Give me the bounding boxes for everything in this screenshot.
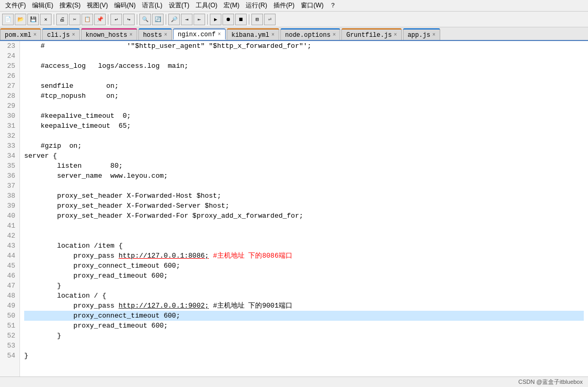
line44-comment: #主机地址 下的8086端口 (209, 251, 292, 261)
code-line-46: proxy_read_timeout 600; (24, 271, 584, 281)
code-line-24 (24, 51, 584, 61)
toolbar-undo[interactable]: ↩ (110, 14, 122, 25)
code-line-45: proxy_connect_timeout 600; (24, 261, 584, 271)
code-line-50: proxy_connect_timeout 600; (24, 311, 584, 321)
ln-40: 40 (4, 211, 15, 221)
tab-known-hosts-close[interactable]: × (129, 32, 133, 38)
code-line-41 (24, 221, 584, 231)
menu-tools[interactable]: 工具(O) (192, 1, 220, 11)
tab-cli-js-close[interactable]: × (72, 32, 75, 38)
code-lines[interactable]: # '"$http_user_agent" "$http_x_forwarded… (20, 41, 588, 376)
menu-settings[interactable]: 设置(T) (166, 1, 192, 11)
toolbar-zoom-in[interactable]: 🔎 (168, 14, 180, 25)
menu-window[interactable]: 窗口(W) (298, 1, 327, 11)
code-line-37 (24, 181, 584, 191)
code-line-36: server_name www.leyou.com; (24, 171, 584, 181)
tab-kibana-yml[interactable]: kibana.yml × (227, 28, 279, 40)
tab-node-options[interactable]: node.options × (280, 28, 340, 40)
tab-kibana-yml-close[interactable]: × (271, 32, 275, 38)
sep2 (108, 14, 108, 25)
toolbar-macro3[interactable]: ⏹ (235, 14, 247, 25)
menu-encode[interactable]: 编码(N) (111, 1, 139, 11)
ln-49: 49 (4, 301, 15, 311)
toolbar-copy[interactable]: 📋 (82, 14, 93, 25)
ln-31: 31 (4, 121, 15, 131)
menu-file[interactable]: 文件(F) (2, 1, 29, 11)
code-area: 23 24 25 26 27 28 29 30 31 32 33 34 35 3… (0, 41, 588, 376)
toolbar-open[interactable]: 📂 (15, 14, 26, 25)
toolbar-wrap[interactable]: ⏎ (264, 14, 276, 25)
tab-pom-xml[interactable]: pom.xml × (0, 28, 41, 40)
ln-24: 24 (4, 51, 15, 61)
toolbar-redo[interactable]: ↪ (123, 14, 135, 25)
code-line-52: } (24, 331, 584, 341)
toolbar-indent[interactable]: ⇥ (181, 14, 192, 25)
tab-app-js[interactable]: app.js × (403, 28, 440, 40)
code-line-49: proxy_pass http://127.0.0.1:9002; #主机地址 … (24, 301, 584, 311)
toolbar-save[interactable]: 💾 (27, 14, 39, 25)
toolbar-macro2[interactable]: ⏺ (222, 14, 234, 25)
sep3 (137, 14, 137, 25)
line40-content: proxy_set_header X-Forwarded-For $proxy_… (24, 211, 303, 221)
line49-prefix: proxy_pass (24, 301, 118, 311)
code-line-38: proxy_set_header X-Forwarded-Host $host; (24, 191, 584, 201)
ln-38: 38 (4, 191, 15, 201)
tab-app-js-close[interactable]: × (432, 32, 435, 38)
toolbar-macro1[interactable]: ▶ (210, 14, 221, 25)
code-line-31: keepalive_timeout 65; (24, 121, 584, 131)
tab-hosts-close[interactable]: × (164, 32, 167, 38)
code-line-27: sendfile on; (24, 81, 584, 91)
sep5 (207, 14, 208, 25)
line30-content: #keepalive_timeout 0; (24, 111, 131, 121)
menu-search[interactable]: 搜索(S) (56, 1, 84, 11)
toolbar-search[interactable]: 🔍 (139, 14, 151, 25)
line52-content: } (24, 331, 61, 341)
tab-nginx-conf-close[interactable]: × (218, 32, 221, 37)
tab-known-hosts-label: known_hosts (86, 32, 127, 39)
code-line-48: location / { (24, 291, 584, 301)
ln-25: 25 (4, 61, 15, 71)
tab-cli-js[interactable]: cli.js × (42, 28, 79, 40)
tab-pom-xml-close[interactable]: × (33, 32, 36, 38)
tab-hosts[interactable]: hosts × (138, 28, 172, 40)
toolbar-cut[interactable]: ✂ (69, 14, 80, 25)
menu-plugins[interactable]: 插件(P) (270, 1, 298, 11)
menu-run[interactable]: 运行(R) (242, 1, 270, 11)
code-line-40: proxy_set_header X-Forwarded-For $proxy_… (24, 211, 584, 221)
toolbar-unindent[interactable]: ⇤ (194, 14, 205, 25)
tab-gruntfile-js[interactable]: Gruntfile.js × (341, 28, 401, 40)
code-line-29 (24, 101, 584, 111)
ln-42: 42 (4, 231, 15, 241)
ln-34: 34 (4, 151, 15, 161)
ln-54: 54 (4, 351, 15, 361)
toolbar-split[interactable]: ⊞ (251, 14, 263, 25)
sep1 (54, 14, 54, 25)
menu-help[interactable]: ？ (327, 1, 339, 11)
ln-52: 52 (4, 331, 15, 341)
ln-37: 37 (4, 181, 15, 191)
menu-edit[interactable]: 编辑(E) (29, 1, 56, 11)
line44-url: http://127.0.0.1:8086; (118, 251, 209, 261)
tab-gruntfile-js-close[interactable]: × (394, 32, 397, 38)
ln-27: 27 (4, 81, 15, 91)
menu-bar: 文件(F) 编辑(E) 搜索(S) 视图(V) 编码(N) 语言(L) 设置(T… (0, 0, 588, 12)
line27-content: sendfile on; (24, 81, 118, 91)
ln-45: 45 (4, 261, 15, 271)
menu-language[interactable]: 语言(L) (139, 1, 166, 11)
toolbar-replace[interactable]: 🔄 (152, 14, 164, 25)
menu-macro[interactable]: 宏(M) (220, 1, 242, 11)
tab-node-options-close[interactable]: × (332, 32, 336, 38)
tab-nginx-conf[interactable]: nginx.conf × (173, 28, 226, 40)
toolbar-close[interactable]: ✕ (40, 14, 52, 25)
tab-known-hosts[interactable]: known_hosts × (81, 28, 137, 40)
menu-view[interactable]: 视图(V) (84, 1, 111, 11)
toolbar-paste[interactable]: 📌 (94, 14, 106, 25)
tab-nginx-conf-label: nginx.conf (178, 31, 216, 38)
toolbar-print[interactable]: 🖨 (56, 14, 68, 25)
code-line-42 (24, 231, 584, 241)
ln-26: 26 (4, 71, 15, 81)
toolbar: 📄 📂 💾 ✕ 🖨 ✂ 📋 📌 ↩ ↪ 🔍 🔄 🔎 ⇥ ⇤ ▶ ⏺ ⏹ ⊞ ⏎ (0, 12, 588, 27)
toolbar-new[interactable]: 📄 (2, 14, 14, 25)
line35-content: listen 80; (24, 161, 123, 171)
ln-39: 39 (4, 201, 15, 211)
